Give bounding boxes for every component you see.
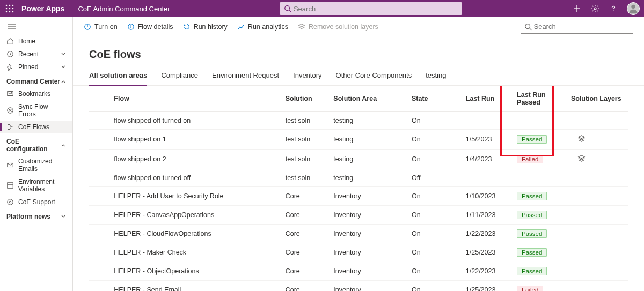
grid-search-input[interactable]	[533, 23, 630, 31]
environment-label: CoE Admin Command Center	[78, 5, 170, 13]
cmd-label: Run history	[194, 23, 228, 31]
col-state[interactable]: State	[408, 86, 463, 112]
cell-flow: HELPER - Send Email	[111, 281, 282, 292]
cell-layers[interactable]	[568, 150, 628, 169]
cell-last-run: 1/5/2023	[463, 130, 514, 150]
col-solution-layers[interactable]: Solution Layers	[568, 86, 628, 112]
table-row[interactable]: flow shipped on 1test solntestingOn1/5/2…	[89, 130, 628, 150]
sidebar-item-bookmarks[interactable]: Bookmarks	[0, 87, 72, 100]
sidebar-item-coe-flows[interactable]: CoE Flows	[0, 121, 72, 133]
table-row[interactable]: HELPER - Send EmailCoreInventoryOn1/25/2…	[89, 281, 628, 292]
cell-layers	[568, 243, 628, 262]
tab-inventory[interactable]: Inventory	[293, 68, 321, 85]
cell-last-passed: Passed	[514, 130, 568, 150]
svg-point-26	[8, 199, 13, 205]
table-row[interactable]: HELPER - Maker CheckCoreInventoryOn1/25/…	[89, 243, 628, 262]
support-icon	[6, 198, 14, 206]
col-last-run-passed[interactable]: Last Run Passed	[514, 86, 568, 112]
sidebar-item-environment-variables[interactable]: Environment Variables	[0, 175, 72, 196]
cell-last-passed: Passed	[514, 262, 568, 281]
sidebar-item-pinned[interactable]: Pinned	[0, 61, 72, 73]
table-row[interactable]: HELPER - CanvasAppOperationsCoreInventor…	[89, 206, 628, 225]
tab-testing[interactable]: testing	[426, 68, 446, 85]
svg-point-14	[613, 10, 613, 11]
cell-state: On	[408, 187, 463, 206]
col-flow[interactable]: Flow	[111, 86, 282, 112]
sidebar-item-home[interactable]: Home	[0, 35, 72, 48]
cell-area: Inventory	[330, 206, 408, 225]
sidebar-item-sync-errors[interactable]: Sync Flow Errors	[0, 100, 72, 121]
sidebar-item-customized-emails[interactable]: Customized Emails	[0, 155, 72, 175]
flow-details-button[interactable]: Flow details	[127, 23, 173, 31]
cell-last-run: 1/11/2023	[463, 206, 514, 225]
chevron-down-icon	[61, 214, 66, 219]
remove-layers-button: Remove solution layers	[298, 23, 378, 31]
turn-on-button[interactable]: Turn on	[84, 23, 118, 31]
cell-area: testing	[330, 150, 408, 169]
sidebar-section-command-center[interactable]: Command Center	[0, 73, 72, 87]
brand-label: Power Apps	[21, 4, 64, 13]
cell-solution: test soln	[282, 150, 331, 169]
cell-flow: HELPER - CloudFlowOperations	[111, 225, 282, 243]
cell-flow: HELPER - ObjectOperations	[111, 262, 282, 281]
col-last-run[interactable]: Last Run	[463, 86, 514, 112]
layers-icon	[577, 135, 586, 143]
settings-icon[interactable]	[590, 4, 600, 13]
table-row[interactable]: HELPER - ObjectOperationsCoreInventoryOn…	[89, 262, 628, 281]
status-badge-passed: Passed	[517, 248, 547, 257]
sidebar-item-label: Customized Emails	[18, 158, 66, 173]
command-bar: Turn on Flow details Run history Run ana…	[73, 17, 644, 36]
table-row[interactable]: flow shipped off turned ontest solntesti…	[89, 112, 628, 130]
cmd-label: Turn on	[94, 23, 118, 31]
cell-last-run: 1/25/2023	[463, 281, 514, 292]
col-solution[interactable]: Solution	[282, 86, 331, 112]
sidebar: Home Recent Pinned Command Center Bookma…	[0, 17, 73, 291]
cell-solution: Core	[282, 243, 331, 262]
cell-last-passed: Passed	[514, 225, 568, 243]
history-icon	[183, 23, 191, 31]
cell-area: testing	[330, 112, 408, 130]
app-launcher-icon[interactable]	[4, 3, 15, 14]
tab-all-solution-areas[interactable]: All solution areas	[89, 68, 147, 86]
sidebar-section-platform-news[interactable]: Platform news	[0, 208, 72, 222]
svg-point-33	[525, 24, 530, 28]
svg-point-13	[594, 8, 596, 10]
top-bar: Power Apps CoE Admin Command Center	[0, 0, 644, 17]
add-icon[interactable]	[572, 4, 582, 13]
table-row[interactable]: flow shipped on turned offtest solntesti…	[89, 169, 628, 187]
global-search-input[interactable]	[294, 5, 458, 13]
chevron-down-icon	[61, 64, 66, 70]
col-solution-area[interactable]: Solution Area	[330, 86, 408, 112]
analytics-icon	[237, 23, 245, 31]
svg-point-27	[9, 201, 11, 203]
sidebar-item-recent[interactable]: Recent	[0, 48, 72, 61]
avatar[interactable]	[627, 2, 640, 15]
table-row[interactable]: HELPER - Add User to Security RoleCoreIn…	[89, 187, 628, 206]
sidebar-item-coe-support[interactable]: CoE Support	[0, 196, 72, 208]
sidebar-item-label: Pinned	[18, 63, 38, 71]
cell-state: On	[408, 206, 463, 225]
help-icon[interactable]	[609, 4, 618, 13]
sidebar-section-coe-configuration[interactable]: CoE configuration	[0, 133, 72, 155]
tab-other-core-components[interactable]: Other Core Components	[336, 68, 412, 85]
tab-compliance[interactable]: Compliance	[161, 68, 198, 85]
cell-layers[interactable]	[568, 130, 628, 150]
divider	[71, 4, 71, 13]
table-row[interactable]: HELPER - CloudFlowOperationsCoreInventor…	[89, 225, 628, 243]
tab-strip: All solution areas Compliance Environmen…	[73, 68, 644, 86]
chevron-down-icon	[61, 51, 66, 57]
grid-search[interactable]	[521, 20, 633, 34]
sidebar-collapse-button[interactable]	[0, 20, 72, 35]
cell-last-run	[463, 169, 514, 187]
svg-point-15	[631, 5, 635, 9]
section-label: Platform news	[6, 213, 50, 220]
run-history-button[interactable]: Run history	[183, 23, 228, 31]
run-analytics-button[interactable]: Run analytics	[237, 23, 288, 31]
table-row[interactable]: flow shipped on 2test solntestingOn1/4/2…	[89, 150, 628, 169]
cell-solution: test soln	[282, 130, 331, 150]
variables-icon	[6, 182, 14, 189]
tab-environment-request[interactable]: Environment Request	[212, 68, 279, 85]
cell-last-run: 1/4/2023	[463, 150, 514, 169]
global-search[interactable]	[280, 2, 462, 15]
status-badge-passed: Passed	[517, 267, 547, 275]
